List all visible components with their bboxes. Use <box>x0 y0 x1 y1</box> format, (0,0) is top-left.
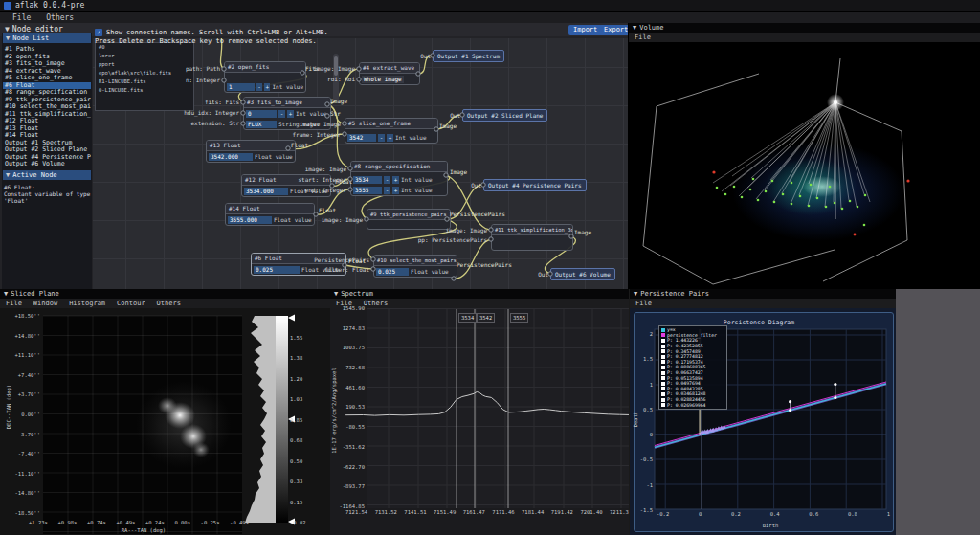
menu-item[interactable]: Others <box>39 13 80 22</box>
node-title[interactable]: #3 fits_to_image <box>244 98 330 108</box>
input-slot-label: image: Image <box>264 121 341 127</box>
node-list-item[interactable]: #5 slice_one_frame <box>3 75 91 82</box>
node-title[interactable]: #9 ttk_persistence_pairs_3d <box>368 210 450 220</box>
node-title[interactable]: #5 slice_one_frame <box>345 119 437 129</box>
node-list-item[interactable]: #11 ttk_simplification_3d <box>3 111 91 119</box>
tick-label: -0.5 <box>640 457 653 462</box>
node-output-4-persistence-pairs[interactable]: Output #4 Persistence Pairs <box>483 179 587 191</box>
node-list-item[interactable]: #10 select_the_most_pairs <box>3 103 91 111</box>
int-field-end[interactable]: 3555 <box>353 187 382 194</box>
node-slice-one-frame[interactable]: #5 slice_one_frame 3542 - + Int value <box>345 118 438 144</box>
legend-label: P: 0.088688265 <box>667 365 705 369</box>
decrement-button[interactable]: - <box>378 134 385 142</box>
node-range-specification[interactable]: #8 range_specification 3534 - + Int valu… <box>350 161 448 196</box>
empty-dock-space <box>896 289 980 535</box>
node-list-item[interactable]: #12 Float <box>3 118 91 125</box>
node-select-the-most-pairs[interactable]: #10 select_the_most_pairs 0.025 Float va… <box>373 255 457 278</box>
active-node-header[interactable]: ▼Active Node <box>3 170 91 180</box>
tick-label: +0.49s <box>116 520 135 526</box>
decrement-button[interactable]: - <box>256 83 262 91</box>
node-title[interactable]: #11 ttk_simplification_3d <box>492 225 572 235</box>
node-output-2-sliced-plane[interactable]: Output #2 Sliced Plane <box>462 109 547 122</box>
wire-label: Fits <box>305 65 319 72</box>
volume-panel: ▼Volume File <box>628 23 980 289</box>
frame-marker-label[interactable]: 3555 <box>510 313 528 323</box>
node-list-header[interactable]: ▼Node List <box>3 33 91 43</box>
spectrum-title[interactable]: ▼Spectrum <box>330 289 629 299</box>
volume-3d-view[interactable] <box>629 43 980 288</box>
float-field[interactable]: 3555.000 <box>228 216 272 224</box>
legend-label: P: 0.0497694 <box>667 381 701 386</box>
show-connection-names-checkbox[interactable]: ✓ <box>95 29 102 36</box>
node-list-item[interactable]: Output #4 Persistence Pairs <box>3 154 91 162</box>
colorbar[interactable] <box>276 316 288 523</box>
tick-label: 7181.44 <box>522 509 544 516</box>
menu-item[interactable]: Others <box>151 300 187 307</box>
node-list-item[interactable]: #6 Float <box>3 82 91 90</box>
node-title[interactable]: #13 Float <box>207 141 295 151</box>
node-list-item[interactable]: Output #6 Volume <box>3 161 91 168</box>
node-graph-canvas[interactable]: #0lorerpportepo\aflak\src\file.fitsR1-LI… <box>93 38 629 289</box>
node-title[interactable]: #4 extract_wave <box>360 63 419 74</box>
tick-label: -0.02 <box>290 520 324 525</box>
frame-marker-label[interactable]: 3542 <box>477 313 495 323</box>
legend-row[interactable]: persistence_filter <box>661 333 724 339</box>
increment-button[interactable]: + <box>264 83 270 91</box>
menu-item[interactable]: File <box>629 33 657 41</box>
tick-label: 1545.90 <box>343 305 365 311</box>
float-field[interactable]: 0.025 <box>376 268 409 276</box>
menu-item[interactable]: Window <box>28 300 63 307</box>
frame-marker-label[interactable]: 3534 <box>458 313 477 323</box>
node-list-item[interactable]: #9 ttk_persistence_pairs_3d <box>3 97 91 104</box>
node-list-item[interactable]: #13 Float <box>3 125 91 133</box>
node-list-item[interactable]: #1 Paths <box>3 46 91 54</box>
tick-label: 7141.51 <box>404 509 426 516</box>
increment-button[interactable]: + <box>387 134 393 142</box>
file-row[interactable]: O-LINCUBE.fits <box>96 86 193 95</box>
menu-item[interactable]: Histogram <box>63 300 111 307</box>
node-ttk-simplification-3d[interactable]: #11 ttk_simplification_3d <box>491 224 573 251</box>
legend-row[interactable]: P: 0.026969964 <box>661 402 724 408</box>
increment-button[interactable]: + <box>392 187 399 194</box>
node-title[interactable]: #10 select_the_most_pairs <box>374 256 457 266</box>
decrement-button[interactable]: - <box>384 187 390 194</box>
export-button[interactable]: Export <box>599 25 629 35</box>
import-button[interactable]: Import <box>568 25 602 35</box>
node-title[interactable]: #14 Float <box>226 204 314 214</box>
spectrum-plot[interactable] <box>330 289 629 535</box>
sliced-plane-title[interactable]: ▼Sliced Plane <box>0 289 330 299</box>
volume-panel-title[interactable]: ▼Volume <box>629 23 980 33</box>
node-list-item[interactable]: #3 fits_to_image <box>3 60 91 68</box>
decrement-button[interactable]: - <box>384 176 390 184</box>
input-slot-label: pp: PersistencePairs <box>411 236 487 243</box>
float-field[interactable]: 3542.000 <box>209 153 253 161</box>
node-extract-wave[interactable]: #4 extract_wave Whole image <box>359 62 420 85</box>
node-list-item[interactable]: Output #1 Spectrum <box>3 140 91 147</box>
node-list-item[interactable]: #4 extract_wave <box>3 68 91 76</box>
node-list-item[interactable]: Output #2 Sliced Plane <box>3 146 91 154</box>
node-output-1-spectrum[interactable]: Output #1 Spectrum <box>433 50 504 62</box>
int-field[interactable]: 1 <box>227 83 255 91</box>
menu-item[interactable]: File <box>0 300 28 307</box>
file-row[interactable]: lorer <box>96 52 193 60</box>
menu-item[interactable]: Contour <box>111 300 151 307</box>
legend-swatch <box>661 339 665 343</box>
increment-button[interactable]: + <box>287 110 294 118</box>
int-field[interactable]: 3542 <box>347 134 376 142</box>
increment-button[interactable]: + <box>392 176 399 184</box>
legend-swatch <box>661 403 665 407</box>
decrement-button[interactable]: - <box>278 110 285 118</box>
int-field-start[interactable]: 3534 <box>353 176 382 184</box>
tick-label: -14.80'' <box>15 490 41 496</box>
int-field[interactable]: 0 <box>246 110 277 118</box>
node-title[interactable]: #8 range_specification <box>351 162 447 172</box>
menu-item[interactable]: File <box>6 13 37 22</box>
node-list-item[interactable]: #8 range_specification <box>3 89 91 97</box>
node-list-item[interactable]: #14 Float <box>3 132 91 140</box>
node-float-13[interactable]: #13 Float 3542.000 Float value <box>206 140 296 163</box>
node-output-6-volume[interactable]: Output #6 Volume <box>550 268 615 280</box>
legend-label: P: 0.17195374 <box>667 360 703 365</box>
tick-label: 7201.40 <box>580 509 602 516</box>
node-list-item[interactable]: #2 open_fits <box>3 54 91 61</box>
roi-value[interactable]: Whole image <box>362 76 404 83</box>
